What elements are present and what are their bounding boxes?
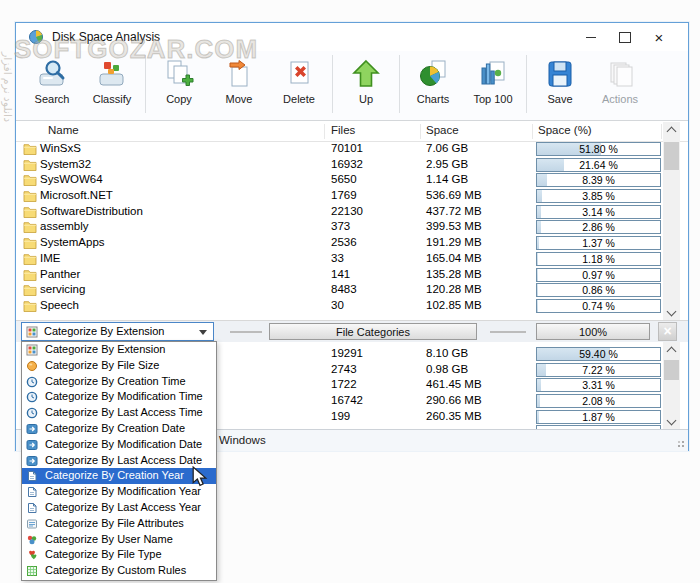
dropdown-item[interactable]: Categorize By Creation Time	[22, 374, 216, 390]
column-header-space[interactable]: Space	[426, 124, 459, 136]
toolbar-button[interactable]: Search	[22, 52, 82, 116]
space-percent-bar: 3.14 %	[536, 205, 661, 219]
dropdown-item[interactable]: Categorize By Creation Year	[22, 468, 216, 484]
row-space: 8.10 GB	[426, 346, 468, 362]
dropdown-item[interactable]: Categorize By Last Access Year	[22, 500, 216, 516]
row-files: 16742	[331, 393, 363, 409]
dropdown-item-label: Categorize By Creation Time	[45, 374, 186, 390]
toolbar-button[interactable]: Top 100	[463, 52, 523, 116]
chevron-up-icon	[667, 347, 677, 357]
file-categories-button[interactable]: File Categories	[269, 323, 477, 340]
titlebar[interactable]: Disk Space Analysis ×	[16, 23, 688, 51]
table-row[interactable]: Speech 30 102.85 MB 0.74 %	[16, 298, 670, 314]
toolbar-button[interactable]: Copy	[149, 52, 209, 116]
resize-grip[interactable]	[674, 437, 684, 447]
row-files: 8483	[331, 282, 357, 298]
space-percent-bar: 1.37 %	[536, 236, 661, 250]
toolbar-separator	[526, 55, 527, 113]
toolbar-button-label: Charts	[417, 93, 449, 105]
minimize-button[interactable]	[574, 23, 608, 51]
row-name: SysWOW64	[40, 172, 103, 188]
row-files: 5650	[331, 172, 357, 188]
dropdown-item-label: Categorize By Custom Rules	[45, 563, 186, 579]
row-space: 0.98 GB	[426, 362, 468, 378]
space-percent-value: 3.85 %	[537, 190, 660, 202]
table-row[interactable]: Microsoft.NET 1769 536.69 MB 3.85 %	[16, 188, 670, 204]
toolbar-button-label: Search	[35, 93, 70, 105]
close-button[interactable]: ×	[642, 23, 676, 51]
scrollbar-thumb[interactable]	[664, 360, 679, 380]
dropdown-item[interactable]: Categorize By Last Access Time	[22, 405, 216, 421]
column-header-name[interactable]: Name	[48, 124, 79, 136]
row-space: 399.53 MB	[426, 219, 482, 235]
dropdown-item[interactable]: Categorize By File Attributes	[22, 516, 216, 532]
dropdown-item[interactable]: Categorize By Last Access Date	[22, 453, 216, 469]
dropdown-item[interactable]: Categorize By Modification Time	[22, 389, 216, 405]
table-row[interactable]: SysWOW64 5650 1.14 GB 8.39 %	[16, 172, 670, 188]
toolbar-button[interactable]: Up	[336, 52, 396, 116]
table-row[interactable]: Panther 141 135.28 MB 0.97 %	[16, 267, 670, 283]
maximize-button[interactable]	[608, 23, 642, 51]
scroll-down-button[interactable]	[663, 413, 680, 429]
space-percent-bar: 59.40 %	[536, 347, 661, 361]
row-files: 141	[331, 267, 350, 283]
scrollbar-bottom-pane	[663, 342, 680, 429]
scrollbar-thumb[interactable]	[664, 142, 679, 170]
table-row[interactable]: IME 33 165.04 MB 1.18 %	[16, 251, 670, 267]
dropdown-item-label: Categorize By User Name	[45, 532, 173, 548]
minimize-icon	[586, 37, 596, 38]
toolbar-button[interactable]: Move	[209, 52, 269, 116]
space-percent-value: 2.08 %	[537, 395, 660, 407]
row-files: 1722	[331, 377, 357, 393]
dropdown-item-label: Categorize By Modification Time	[45, 389, 203, 405]
row-space: 135.28 MB	[426, 267, 482, 283]
toolbar-button[interactable]: Actions	[590, 52, 650, 116]
dropdown-item[interactable]: Categorize By Modification Date	[22, 437, 216, 453]
zoom-level-button[interactable]: 100%	[536, 323, 650, 340]
category-type-icon	[26, 391, 38, 403]
space-percent-value: 8.39 %	[537, 174, 660, 186]
row-name: IME	[40, 251, 60, 267]
space-percent-bar: 1.18 %	[536, 252, 661, 266]
dropdown-item[interactable]: Categorize By File Type	[22, 547, 216, 563]
toolbar-button[interactable]: Charts	[403, 52, 463, 116]
row-files: 30	[331, 298, 344, 314]
dropdown-item[interactable]: Categorize By Creation Date	[22, 421, 216, 437]
space-percent-bar: 1.87 %	[536, 410, 661, 424]
close-category-view-button[interactable]: ×	[658, 322, 677, 341]
toolbar-button[interactable]: Classify	[82, 52, 142, 116]
folder-table-pane: Name Files Space Space (%) WinSxS 70101 …	[16, 122, 688, 320]
column-separator	[661, 124, 662, 139]
toolbar-button[interactable]: Save	[530, 52, 590, 116]
dropdown-item[interactable]: Categorize By File Size	[22, 358, 216, 374]
column-header-files[interactable]: Files	[331, 124, 355, 136]
chevron-down-icon	[667, 307, 677, 317]
table-row[interactable]: assembly 373 399.53 MB 2.86 %	[16, 219, 670, 235]
toolbar-button-icon	[604, 58, 636, 90]
dropdown-item[interactable]: Categorize By Custom Rules	[22, 563, 216, 579]
dropdown-item[interactable]: Categorize By Extension	[22, 342, 216, 358]
table-row[interactable]: SystemApps 2536 191.29 MB 1.37 %	[16, 235, 670, 251]
scroll-up-button[interactable]	[663, 122, 680, 138]
toolbar-button[interactable]: Delete	[269, 52, 329, 116]
space-percent-bar: 0.86 %	[536, 283, 661, 297]
row-name: SoftwareDistribution	[40, 204, 143, 220]
table-row[interactable]: SoftwareDistribution 22130 437.72 MB 3.1…	[16, 204, 670, 220]
toolbar-button-icon	[96, 58, 128, 90]
row-space: 191.29 MB	[426, 235, 482, 251]
category-type-icon	[26, 360, 38, 372]
column-header-space-pct[interactable]: Space (%)	[538, 124, 592, 136]
folder-icon	[23, 284, 37, 296]
dropdown-item[interactable]: Categorize By Modification Year	[22, 484, 216, 500]
dropdown-item[interactable]: Categorize By User Name	[22, 532, 216, 548]
space-percent-value: 0.74 %	[537, 300, 660, 312]
categorize-combobox[interactable]: Categorize By Extension	[21, 322, 214, 341]
row-space: 165.04 MB	[426, 251, 482, 267]
scroll-up-button[interactable]	[663, 342, 680, 358]
table-row[interactable]: servicing 8483 120.28 MB 0.86 %	[16, 282, 670, 298]
folder-icon	[23, 206, 37, 218]
table-row[interactable]: WinSxS 70101 7.06 GB 51.80 %	[16, 141, 670, 157]
table-row[interactable]: System32 16932 2.95 GB 21.64 %	[16, 157, 670, 173]
splitter-dash	[230, 331, 262, 333]
scroll-down-button[interactable]	[663, 304, 680, 320]
